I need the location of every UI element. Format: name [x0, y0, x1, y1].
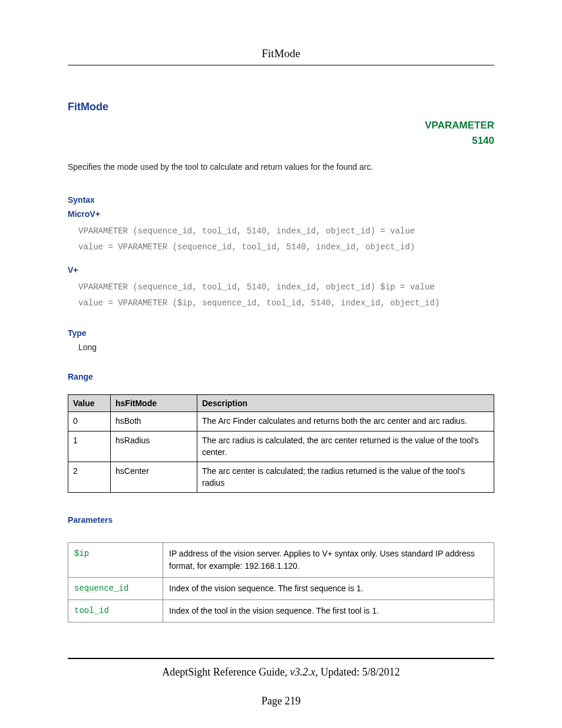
- footer-rule: [68, 658, 494, 659]
- type-heading: Type: [68, 328, 494, 338]
- code-line: VPARAMETER (sequence_id, tool_id, 5140, …: [78, 282, 435, 292]
- description-text: Specifies the mode used by the tool to c…: [68, 162, 494, 172]
- footer-guide: AdeptSight Reference Guide: [162, 666, 285, 678]
- microv-code: VPARAMETER (sequence_id, tool_id, 5140, …: [78, 223, 494, 255]
- table-header: Value: [68, 395, 111, 412]
- type-value: Long: [78, 342, 494, 352]
- table-cell: hsRadius: [111, 431, 197, 462]
- header-title: FitMode: [68, 47, 494, 65]
- table-header: Description: [197, 395, 494, 412]
- microv-label: MicroV+: [68, 209, 494, 219]
- page-number: Page 219: [68, 695, 494, 707]
- vplus-code: VPARAMETER (sequence_id, tool_id, 5140, …: [78, 279, 494, 311]
- code-line: value = VPARAMETER (sequence_id, tool_id…: [78, 242, 415, 252]
- parameters-heading: Parameters: [68, 515, 494, 525]
- table-row: tool_id Index of the tool in the vision …: [68, 600, 494, 622]
- vparameter-label: VPARAMETER: [68, 118, 494, 133]
- table-header: hsFitMode: [111, 395, 197, 412]
- syntax-heading: Syntax: [68, 195, 494, 205]
- table-row: $ip IP address of the vision server. App…: [68, 543, 494, 578]
- param-name: $ip: [68, 543, 163, 578]
- table-row: 1 hsRadius The arc radius is calculated,…: [68, 431, 494, 462]
- param-desc: Index of the tool in the vision sequence…: [163, 600, 494, 622]
- parameters-table: $ip IP address of the vision server. App…: [68, 542, 494, 622]
- param-desc: IP address of the vision server. Applies…: [163, 543, 494, 578]
- table-row: sequence_id Index of the vision sequence…: [68, 578, 494, 600]
- footer-text: AdeptSight Reference Guide, v3.2.x, Upda…: [68, 666, 494, 678]
- code-line: value = VPARAMETER ($ip, sequence_id, to…: [78, 298, 439, 308]
- table-cell: The Arc Finder calculates and returns bo…: [197, 412, 494, 431]
- table-cell: 0: [68, 412, 111, 431]
- table-cell: The arc radius is calculated, the arc ce…: [197, 431, 494, 462]
- table-cell: 2: [68, 462, 111, 493]
- range-heading: Range: [68, 372, 494, 381]
- code-line: VPARAMETER (sequence_id, tool_id, 5140, …: [78, 226, 415, 236]
- table-cell: hsCenter: [111, 462, 197, 493]
- table-row: 0 hsBoth The Arc Finder calculates and r…: [68, 412, 494, 431]
- footer-updated: , Updated: 5/8/2012: [315, 666, 399, 678]
- vparameter-number: 5140: [68, 133, 494, 149]
- vplus-label: V+: [68, 265, 494, 275]
- table-row: 2 hsCenter The arc center is calculated;…: [68, 462, 494, 493]
- page-title: FitMode: [68, 101, 494, 113]
- param-desc: Index of the vision sequence. The first …: [163, 578, 494, 600]
- footer-version: , v3.2.x: [285, 666, 315, 678]
- table-cell: hsBoth: [111, 412, 197, 431]
- param-name: sequence_id: [68, 578, 163, 600]
- range-table: Value hsFitMode Description 0 hsBoth The…: [68, 394, 494, 493]
- header-rule: [68, 65, 494, 65]
- param-name: tool_id: [68, 600, 163, 622]
- table-header-row: Value hsFitMode Description: [68, 395, 494, 412]
- table-cell: 1: [68, 431, 111, 462]
- table-cell: The arc center is calculated; the radius…: [197, 462, 494, 493]
- vparameter-block: VPARAMETER 5140: [68, 118, 494, 148]
